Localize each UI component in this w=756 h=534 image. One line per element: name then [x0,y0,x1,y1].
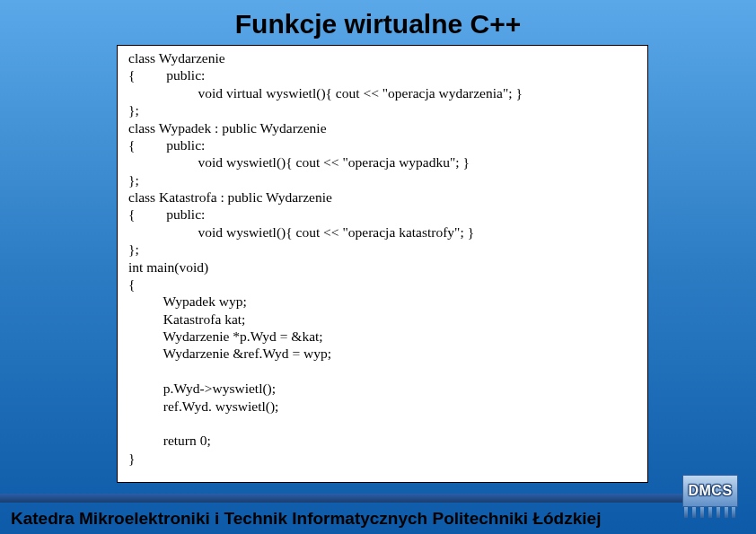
dmcs-logo: DMCS [682,475,745,523]
slide-title: Funkcje wirtualne C++ [0,0,756,45]
footer-text: Katedra Mikroelektroniki i Technik Infor… [11,509,601,529]
footer-bar [0,494,682,503]
code-box: class Wydarzenie { public: void virtual … [117,45,648,483]
logo-text: DMCS [688,483,732,499]
logo-pins-icon [682,507,738,518]
code-content: class Wydarzenie { public: void virtual … [128,49,637,467]
logo-chip-icon: DMCS [682,475,738,507]
